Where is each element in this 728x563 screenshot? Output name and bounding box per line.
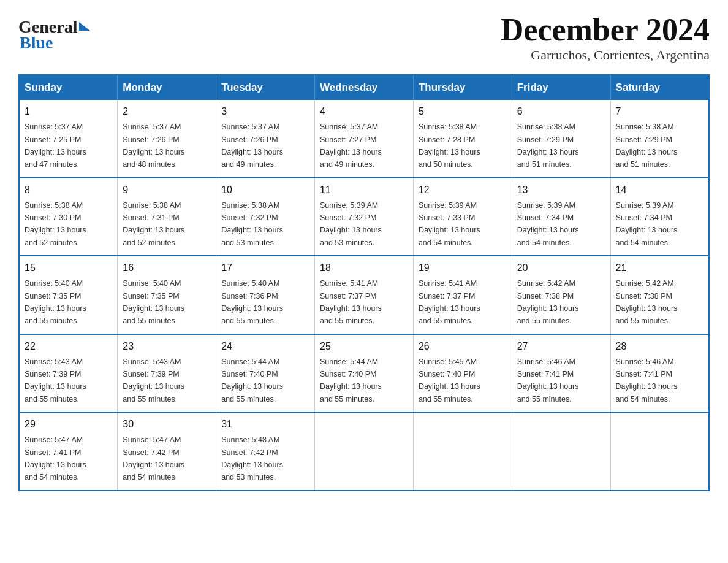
svg-marker-0: [79, 22, 90, 31]
calendar-week-row: 29Sunrise: 5:47 AMSunset: 7:41 PMDayligh…: [19, 412, 709, 491]
calendar-cell: 26Sunrise: 5:45 AMSunset: 7:40 PMDayligh…: [413, 334, 512, 413]
day-info: Sunrise: 5:37 AMSunset: 7:26 PMDaylight:…: [221, 123, 283, 169]
day-number: 26: [419, 339, 507, 354]
day-number: 17: [221, 261, 309, 275]
calendar-cell: 18Sunrise: 5:41 AMSunset: 7:37 PMDayligh…: [315, 256, 414, 334]
day-number: 15: [25, 261, 112, 275]
day-info: Sunrise: 5:43 AMSunset: 7:39 PMDaylight:…: [25, 358, 86, 404]
calendar-cell: 2Sunrise: 5:37 AMSunset: 7:26 PMDaylight…: [118, 100, 216, 178]
calendar-cell: 27Sunrise: 5:46 AMSunset: 7:41 PMDayligh…: [512, 334, 610, 413]
calendar-cell: [512, 412, 610, 491]
page-header: General Blue December 2024 Garruchos, Co…: [18, 12, 710, 63]
day-number: 31: [221, 417, 309, 432]
calendar-cell: 28Sunrise: 5:46 AMSunset: 7:41 PMDayligh…: [610, 334, 709, 413]
calendar-cell: 3Sunrise: 5:37 AMSunset: 7:26 PMDaylight…: [216, 100, 315, 178]
calendar-week-row: 15Sunrise: 5:40 AMSunset: 7:35 PMDayligh…: [19, 256, 709, 334]
day-info: Sunrise: 5:39 AMSunset: 7:34 PMDaylight:…: [517, 201, 579, 247]
day-info: Sunrise: 5:40 AMSunset: 7:36 PMDaylight:…: [221, 279, 283, 325]
day-info: Sunrise: 5:41 AMSunset: 7:37 PMDaylight:…: [320, 279, 382, 325]
day-number: 14: [616, 183, 703, 197]
logo: General Blue: [18, 17, 90, 53]
day-info: Sunrise: 5:41 AMSunset: 7:37 PMDaylight:…: [419, 279, 480, 325]
day-info: Sunrise: 5:47 AMSunset: 7:41 PMDaylight:…: [25, 435, 86, 481]
day-info: Sunrise: 5:43 AMSunset: 7:39 PMDaylight:…: [123, 358, 184, 404]
day-number: 10: [221, 183, 309, 197]
day-info: Sunrise: 5:37 AMSunset: 7:25 PMDaylight:…: [25, 123, 86, 169]
day-info: Sunrise: 5:40 AMSunset: 7:35 PMDaylight:…: [25, 279, 86, 325]
calendar-cell: 13Sunrise: 5:39 AMSunset: 7:34 PMDayligh…: [512, 178, 610, 256]
calendar-cell: 6Sunrise: 5:38 AMSunset: 7:29 PMDaylight…: [512, 100, 610, 178]
day-header-friday: Friday: [512, 75, 610, 100]
day-number: 21: [616, 261, 703, 275]
day-number: 25: [320, 339, 408, 354]
day-header-saturday: Saturday: [610, 75, 709, 100]
day-number: 19: [419, 261, 507, 275]
calendar-cell: 31Sunrise: 5:48 AMSunset: 7:42 PMDayligh…: [216, 412, 315, 491]
day-header-thursday: Thursday: [413, 75, 512, 100]
calendar-cell: 23Sunrise: 5:43 AMSunset: 7:39 PMDayligh…: [118, 334, 216, 413]
day-info: Sunrise: 5:46 AMSunset: 7:41 PMDaylight:…: [616, 358, 678, 404]
calendar-cell: 20Sunrise: 5:42 AMSunset: 7:38 PMDayligh…: [512, 256, 610, 334]
day-number: 8: [25, 183, 112, 197]
day-number: 6: [517, 104, 605, 119]
month-title: December 2024: [501, 12, 710, 47]
day-number: 22: [25, 339, 112, 354]
calendar-cell: 15Sunrise: 5:40 AMSunset: 7:35 PMDayligh…: [19, 256, 118, 334]
calendar-cell: 1Sunrise: 5:37 AMSunset: 7:25 PMDaylight…: [19, 100, 118, 178]
day-info: Sunrise: 5:46 AMSunset: 7:41 PMDaylight:…: [517, 358, 579, 404]
calendar-cell: 7Sunrise: 5:38 AMSunset: 7:29 PMDaylight…: [610, 100, 709, 178]
day-number: 20: [517, 261, 605, 275]
calendar-week-row: 22Sunrise: 5:43 AMSunset: 7:39 PMDayligh…: [19, 334, 709, 413]
calendar-cell: [610, 412, 709, 491]
day-number: 1: [25, 104, 112, 119]
day-number: 29: [25, 417, 112, 432]
day-number: 3: [221, 104, 309, 119]
calendar-cell: 25Sunrise: 5:44 AMSunset: 7:40 PMDayligh…: [315, 334, 414, 413]
calendar-cell: [413, 412, 512, 491]
day-number: 30: [123, 417, 211, 432]
day-number: 16: [123, 261, 211, 275]
day-number: 18: [320, 261, 408, 275]
calendar-cell: 29Sunrise: 5:47 AMSunset: 7:41 PMDayligh…: [19, 412, 118, 491]
day-header-tuesday: Tuesday: [216, 75, 315, 100]
day-number: 24: [221, 339, 309, 354]
day-info: Sunrise: 5:40 AMSunset: 7:35 PMDaylight:…: [123, 279, 184, 325]
day-info: Sunrise: 5:44 AMSunset: 7:40 PMDaylight:…: [320, 358, 382, 404]
calendar-cell: 16Sunrise: 5:40 AMSunset: 7:35 PMDayligh…: [118, 256, 216, 334]
day-number: 13: [517, 183, 605, 197]
day-info: Sunrise: 5:39 AMSunset: 7:34 PMDaylight:…: [616, 201, 678, 247]
day-number: 9: [123, 183, 211, 197]
calendar-cell: 10Sunrise: 5:38 AMSunset: 7:32 PMDayligh…: [216, 178, 315, 256]
calendar-cell: 21Sunrise: 5:42 AMSunset: 7:38 PMDayligh…: [610, 256, 709, 334]
calendar-cell: 30Sunrise: 5:47 AMSunset: 7:42 PMDayligh…: [118, 412, 216, 491]
day-info: Sunrise: 5:38 AMSunset: 7:28 PMDaylight:…: [419, 123, 480, 169]
calendar-cell: 19Sunrise: 5:41 AMSunset: 7:37 PMDayligh…: [413, 256, 512, 334]
day-info: Sunrise: 5:38 AMSunset: 7:29 PMDaylight:…: [517, 123, 579, 169]
day-info: Sunrise: 5:44 AMSunset: 7:40 PMDaylight:…: [221, 358, 283, 404]
calendar-cell: 11Sunrise: 5:39 AMSunset: 7:32 PMDayligh…: [315, 178, 414, 256]
calendar-cell: 17Sunrise: 5:40 AMSunset: 7:36 PMDayligh…: [216, 256, 315, 334]
calendar-week-row: 1Sunrise: 5:37 AMSunset: 7:25 PMDaylight…: [19, 100, 709, 178]
day-number: 12: [419, 183, 507, 197]
calendar-cell: 24Sunrise: 5:44 AMSunset: 7:40 PMDayligh…: [216, 334, 315, 413]
day-info: Sunrise: 5:45 AMSunset: 7:40 PMDaylight:…: [419, 358, 480, 404]
day-header-wednesday: Wednesday: [315, 75, 414, 100]
logo-arrow-icon: [79, 22, 90, 33]
day-info: Sunrise: 5:38 AMSunset: 7:29 PMDaylight:…: [616, 123, 678, 169]
day-number: 11: [320, 183, 408, 197]
day-info: Sunrise: 5:38 AMSunset: 7:31 PMDaylight:…: [123, 201, 184, 247]
day-info: Sunrise: 5:39 AMSunset: 7:32 PMDaylight:…: [320, 201, 382, 247]
day-number: 4: [320, 104, 408, 119]
day-info: Sunrise: 5:48 AMSunset: 7:42 PMDaylight:…: [221, 435, 283, 481]
day-number: 28: [616, 339, 703, 354]
day-info: Sunrise: 5:37 AMSunset: 7:27 PMDaylight:…: [320, 123, 382, 169]
day-number: 2: [123, 104, 211, 119]
calendar-table: SundayMondayTuesdayWednesdayThursdayFrid…: [18, 74, 710, 491]
day-info: Sunrise: 5:42 AMSunset: 7:38 PMDaylight:…: [616, 279, 678, 325]
location-subtitle: Garruchos, Corrientes, Argentina: [501, 47, 710, 63]
calendar-cell: 8Sunrise: 5:38 AMSunset: 7:30 PMDaylight…: [19, 178, 118, 256]
calendar-week-row: 8Sunrise: 5:38 AMSunset: 7:30 PMDaylight…: [19, 178, 709, 256]
calendar-cell: 22Sunrise: 5:43 AMSunset: 7:39 PMDayligh…: [19, 334, 118, 413]
calendar-cell: 12Sunrise: 5:39 AMSunset: 7:33 PMDayligh…: [413, 178, 512, 256]
day-info: Sunrise: 5:39 AMSunset: 7:33 PMDaylight:…: [419, 201, 480, 247]
